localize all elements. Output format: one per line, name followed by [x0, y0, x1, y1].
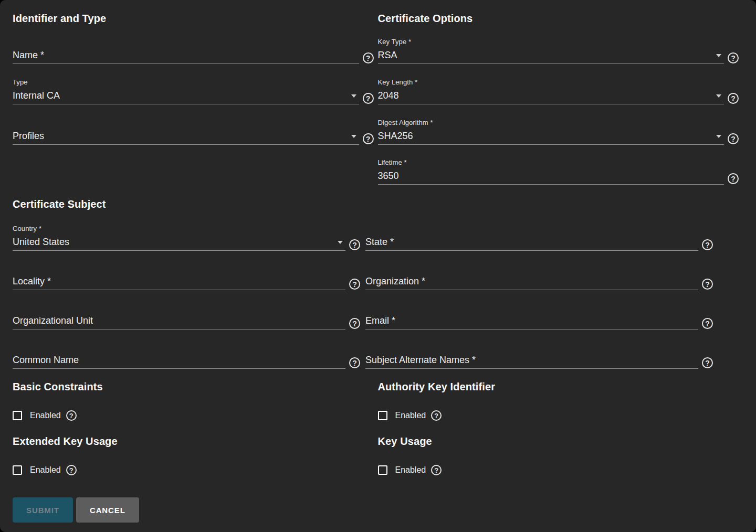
common-name-field-label: Common Name — [13, 355, 79, 366]
subject-alternate-names-input[interactable]: Subject Alternate Names * — [365, 355, 698, 369]
authority-key-identifier-enabled-label[interactable]: Enabled — [395, 411, 426, 420]
organization-field-label: Organization * — [365, 276, 425, 287]
lifetime-input[interactable]: 3650 — [378, 171, 724, 185]
extended-key-usage-title: Extended Key Usage — [13, 435, 374, 448]
country-state-row: Country * United States ? State * ? — [13, 210, 713, 251]
common-name-input[interactable]: Common Name — [13, 355, 345, 369]
help-icon[interactable]: ? — [363, 133, 374, 144]
help-icon[interactable]: ? — [702, 279, 713, 290]
help-icon[interactable]: ? — [363, 52, 374, 63]
authority-key-identifier-enabled-row: Enabled ? — [378, 409, 739, 422]
dropdown-arrow-icon — [716, 94, 721, 98]
help-icon[interactable]: ? — [702, 239, 713, 250]
help-icon[interactable]: ? — [66, 465, 77, 475]
create-certificate-authority-form: Identifier and Type Name * ? Type Intern… — [0, 0, 756, 532]
help-icon[interactable]: ? — [702, 318, 713, 329]
country-field-label: Country * — [13, 225, 345, 232]
extended-key-usage-enabled-checkbox[interactable] — [13, 465, 22, 475]
name-field-label: Name * — [13, 50, 44, 61]
organizational-unit-email-row: Organizational Unit ? Email * ? — [13, 290, 713, 329]
locality-organization-row: Locality * ? Organization * ? — [13, 251, 713, 290]
cancel-button[interactable]: CANCEL — [76, 497, 139, 523]
dropdown-arrow-icon — [338, 241, 343, 244]
extensions-right-column: Authority Key Identifier Enabled ? Key U… — [378, 369, 739, 476]
organization-input[interactable]: Organization * — [365, 276, 698, 290]
locality-input[interactable]: Locality * — [13, 276, 345, 290]
country-select[interactable]: United States — [13, 237, 345, 251]
dropdown-arrow-icon — [716, 54, 721, 57]
help-icon[interactable]: ? — [66, 410, 77, 421]
dropdown-arrow-icon — [716, 135, 721, 138]
type-field-label: Type — [13, 78, 359, 86]
basic-constraints-enabled-checkbox[interactable] — [13, 411, 22, 420]
country-select-value: United States — [13, 237, 69, 248]
extended-key-usage-enabled-label[interactable]: Enabled — [30, 465, 61, 475]
help-icon[interactable]: ? — [431, 465, 442, 475]
authority-key-identifier-title: Authority Key Identifier — [378, 381, 739, 393]
profiles-select[interactable]: Profiles — [13, 131, 359, 145]
state-field-label: State * — [365, 237, 394, 248]
key-type-select[interactable]: RSA — [378, 50, 724, 64]
extended-key-usage-enabled-row: Enabled ? — [13, 464, 374, 476]
type-select[interactable]: Internal CA — [13, 90, 359, 104]
state-input[interactable]: State * — [365, 237, 698, 251]
help-icon[interactable]: ? — [349, 318, 360, 329]
key-type-field-row: Key Type * RSA ? — [378, 25, 739, 64]
digest-algorithm-field-label: Digest Algorithm * — [378, 119, 724, 126]
help-icon[interactable]: ? — [728, 133, 739, 144]
email-field-label: Email * — [365, 315, 395, 326]
basic-constraints-enabled-row: Enabled ? — [13, 409, 374, 422]
organizational-unit-field-label: Organizational Unit — [13, 315, 93, 326]
key-usage-enabled-label[interactable]: Enabled — [395, 465, 426, 475]
common-name-san-row: Common Name ? Subject Alternate Names * … — [13, 329, 713, 369]
type-field-row: Type Internal CA ? — [13, 64, 374, 104]
dropdown-arrow-icon — [351, 135, 356, 138]
profiles-field-row: Profiles ? — [13, 104, 374, 145]
top-section: Identifier and Type Name * ? Type Intern… — [13, 0, 739, 185]
key-length-select[interactable]: 2048 — [378, 90, 724, 104]
locality-field-label: Locality * — [13, 276, 51, 287]
certificate-options-column: Certificate Options Key Type * RSA ? Key… — [378, 0, 739, 185]
lifetime-input-value: 3650 — [378, 171, 399, 182]
type-select-value: Internal CA — [13, 90, 60, 101]
help-icon[interactable]: ? — [349, 239, 360, 250]
digest-algorithm-select[interactable]: SHA256 — [378, 131, 724, 145]
key-length-field-row: Key Length * 2048 ? — [378, 64, 739, 104]
key-usage-enabled-row: Enabled ? — [378, 464, 739, 476]
help-icon[interactable]: ? — [702, 357, 713, 368]
form-actions: SUBMIT CANCEL — [13, 497, 739, 523]
name-field-row: Name * ? — [13, 25, 374, 64]
dropdown-arrow-icon — [351, 94, 356, 98]
submit-button[interactable]: SUBMIT — [13, 497, 73, 523]
subject-alternate-names-field-label: Subject Alternate Names * — [365, 355, 476, 366]
key-usage-enabled-checkbox[interactable] — [378, 465, 387, 475]
help-icon[interactable]: ? — [363, 93, 374, 104]
key-type-select-value: RSA — [378, 50, 397, 61]
name-input[interactable]: Name * — [13, 50, 359, 64]
help-icon[interactable]: ? — [728, 52, 739, 63]
lifetime-field-label: Lifetime * — [378, 158, 724, 166]
key-length-select-value: 2048 — [378, 90, 399, 101]
key-type-field-label: Key Type * — [378, 38, 724, 46]
organizational-unit-input[interactable]: Organizational Unit — [13, 315, 345, 329]
certificate-subject-section: Certificate Subject Country * United Sta… — [13, 198, 713, 369]
help-icon[interactable]: ? — [349, 279, 360, 290]
profiles-field-label: Profiles — [13, 131, 44, 142]
help-icon[interactable]: ? — [349, 357, 360, 368]
help-icon[interactable]: ? — [728, 93, 739, 104]
basic-constraints-title: Basic Constraints — [13, 381, 374, 393]
extensions-left-column: Basic Constraints Enabled ? Extended Key… — [13, 369, 374, 476]
digest-algorithm-field-row: Digest Algorithm * SHA256 ? — [378, 104, 739, 145]
basic-constraints-enabled-label[interactable]: Enabled — [30, 411, 61, 420]
certificate-subject-title: Certificate Subject — [13, 198, 713, 210]
authority-key-identifier-enabled-checkbox[interactable] — [378, 411, 387, 420]
help-icon[interactable]: ? — [431, 410, 442, 421]
extensions-section: Basic Constraints Enabled ? Extended Key… — [13, 369, 739, 476]
identifier-and-type-title: Identifier and Type — [13, 0, 374, 25]
key-length-field-label: Key Length * — [378, 78, 724, 86]
lifetime-field-row: Lifetime * 3650 ? — [378, 145, 739, 185]
key-usage-title: Key Usage — [378, 435, 739, 448]
certificate-options-title: Certificate Options — [378, 0, 739, 25]
help-icon[interactable]: ? — [728, 173, 739, 184]
email-input[interactable]: Email * — [365, 315, 698, 329]
